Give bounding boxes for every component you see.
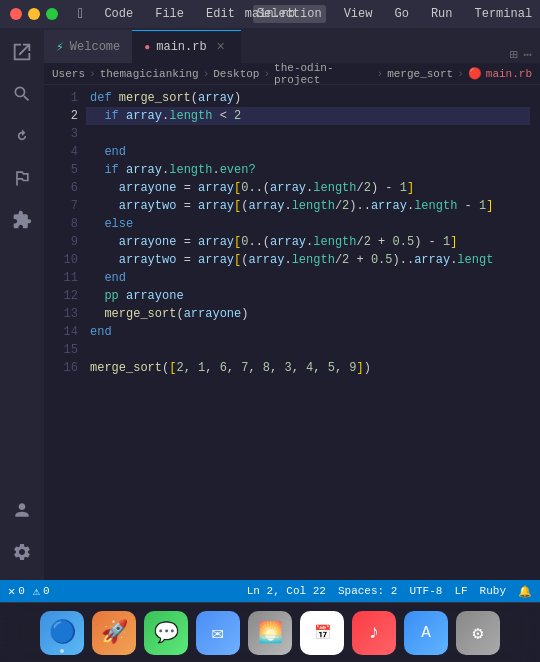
menu-code[interactable]: Code xyxy=(100,5,137,23)
statusbar: ✕ 0 ⚠ 0 Ln 2, Col 22 Spaces: 2 UTF-8 LF … xyxy=(0,580,540,602)
activity-bar-bottom xyxy=(2,490,42,580)
code-line-10: arraytwo = array[(array.length/2 + 0.5).… xyxy=(86,251,530,269)
code-line-13: merge_sort(arrayone) xyxy=(86,305,530,323)
line-num-1: 1 xyxy=(44,89,78,107)
dock-item-mail[interactable]: ✉ xyxy=(196,611,240,655)
sidebar-item-source-control[interactable] xyxy=(2,116,42,156)
line-num-15: 15 xyxy=(44,341,78,359)
breadcrumb-project[interactable]: the-odin-project xyxy=(274,62,372,86)
minimize-button[interactable] xyxy=(28,8,40,20)
line-num-16: 16 xyxy=(44,359,78,377)
breadcrumb-current-file[interactable]: 🔴 main.rb xyxy=(468,67,532,80)
sidebar-item-search[interactable] xyxy=(2,74,42,114)
dock-item-photos[interactable]: 🌅 xyxy=(248,611,292,655)
code-line-11: end xyxy=(86,269,530,287)
launchpad-icon: 🚀 xyxy=(101,619,128,646)
line-num-6: 6 xyxy=(44,179,78,197)
statusbar-left: ✕ 0 ⚠ 0 xyxy=(8,584,50,599)
menu-run[interactable]: Run xyxy=(427,5,457,23)
ruby-file-icon: ● xyxy=(144,42,150,53)
menu-file[interactable]: File xyxy=(151,5,188,23)
breadcrumb-users[interactable]: Users xyxy=(52,68,85,80)
finder-icon: 🔵 xyxy=(49,619,76,646)
tabs-bar: ⚡ Welcome ● main.rb × ⊞ ⋯ xyxy=(44,28,540,63)
window-controls xyxy=(10,8,58,20)
error-count: 0 xyxy=(18,585,25,597)
code-content[interactable]: def merge_sort(array) if array.length < … xyxy=(86,85,530,580)
appstore-icon: A xyxy=(421,624,431,642)
cursor-position[interactable]: Ln 2, Col 22 xyxy=(247,585,326,597)
encoding-text: UTF-8 xyxy=(409,585,442,597)
dock-item-music[interactable]: ♪ xyxy=(352,611,396,655)
breadcrumb-user[interactable]: themagicianking xyxy=(100,68,199,80)
code-line-12: pp arrayone xyxy=(86,287,530,305)
line-ending[interactable]: LF xyxy=(454,585,467,597)
mail-icon: ✉ xyxy=(212,620,224,645)
dock-item-appstore[interactable]: A xyxy=(404,611,448,655)
language-mode[interactable]: Ruby xyxy=(480,585,506,597)
tabs-right-controls: ⊞ ⋯ xyxy=(501,46,540,63)
line-ending-text: LF xyxy=(454,585,467,597)
dock-active-dot xyxy=(60,649,64,653)
position-text: Ln 2, Col 22 xyxy=(247,585,326,597)
apple-menu[interactable]:  xyxy=(78,6,86,22)
warning-count: 0 xyxy=(43,585,50,597)
scrollbar[interactable] xyxy=(530,85,540,580)
line-numbers: 1 2 3 4 5 6 7 8 9 10 11 12 13 14 15 16 xyxy=(44,85,86,580)
code-line-1: def merge_sort(array) xyxy=(86,89,530,107)
code-line-14: end xyxy=(86,323,530,341)
notifications-bell[interactable]: 🔔 xyxy=(518,585,532,598)
line-num-13: 13 xyxy=(44,305,78,323)
activity-bar xyxy=(0,28,44,580)
errors-indicator[interactable]: ✕ 0 xyxy=(8,584,25,599)
dock-item-finder[interactable]: 🔵 xyxy=(40,611,84,655)
music-icon: ♪ xyxy=(368,621,380,644)
sidebar-item-account[interactable] xyxy=(2,490,42,530)
sidebar-item-extensions[interactable] xyxy=(2,200,42,240)
code-editor[interactable]: 1 2 3 4 5 6 7 8 9 10 11 12 13 14 15 16 xyxy=(44,85,540,580)
split-tab-icon[interactable]: ⊞ xyxy=(509,46,517,63)
dock-item-launchpad[interactable]: 🚀 xyxy=(92,611,136,655)
messages-icon: 💬 xyxy=(154,620,179,645)
line-num-5: 5 xyxy=(44,161,78,179)
maximize-button[interactable] xyxy=(46,8,58,20)
menu-go[interactable]: Go xyxy=(390,5,412,23)
tab-main-rb[interactable]: ● main.rb × xyxy=(132,30,240,63)
dock-item-messages[interactable]: 💬 xyxy=(144,611,188,655)
breadcrumb-desktop[interactable]: Desktop xyxy=(213,68,259,80)
sidebar-item-settings[interactable] xyxy=(2,532,42,572)
line-num-2: 2 xyxy=(44,107,78,125)
code-line-2: if array.length < 2 xyxy=(86,107,530,125)
editor-area: ⚡ Welcome ● main.rb × ⊞ ⋯ Users › themag… xyxy=(44,28,540,580)
code-line-7: arraytwo = array[(array.length/2)..array… xyxy=(86,197,530,215)
indentation[interactable]: Spaces: 2 xyxy=(338,585,397,597)
encoding[interactable]: UTF-8 xyxy=(409,585,442,597)
line-num-12: 12 xyxy=(44,287,78,305)
statusbar-right: Ln 2, Col 22 Spaces: 2 UTF-8 LF Ruby 🔔 xyxy=(247,585,532,598)
warnings-indicator[interactable]: ⚠ 0 xyxy=(33,584,50,599)
sidebar-item-explorer[interactable] xyxy=(2,32,42,72)
more-tabs-icon[interactable]: ⋯ xyxy=(524,46,532,63)
menu-terminal[interactable]: Terminal xyxy=(470,5,536,23)
breadcrumb-merge-sort[interactable]: merge_sort xyxy=(387,68,453,80)
dock-item-calendar[interactable]: 📅 xyxy=(300,611,344,655)
tab-close-button[interactable]: × xyxy=(213,39,229,55)
line-num-7: 7 xyxy=(44,197,78,215)
menu-view[interactable]: View xyxy=(340,5,377,23)
dock-item-settings[interactable]: ⚙ xyxy=(456,611,500,655)
spaces-text: Spaces: 2 xyxy=(338,585,397,597)
code-line-9: arrayone = array[0..(array.length/2 + 0.… xyxy=(86,233,530,251)
titlebar-filename: main.rb xyxy=(245,7,295,21)
close-button[interactable] xyxy=(10,8,22,20)
warning-icon: ⚠ xyxy=(33,584,40,599)
code-line-15 xyxy=(86,341,530,359)
tab-main-rb-label: main.rb xyxy=(156,40,206,54)
sidebar-item-run[interactable] xyxy=(2,158,42,198)
line-num-3: 3 xyxy=(44,125,78,143)
tab-welcome[interactable]: ⚡ Welcome xyxy=(44,30,132,63)
tab-welcome-label: Welcome xyxy=(70,40,120,54)
code-line-8: else xyxy=(86,215,530,233)
welcome-icon: ⚡ xyxy=(56,39,64,55)
line-num-9: 9 xyxy=(44,233,78,251)
menu-edit[interactable]: Edit xyxy=(202,5,239,23)
